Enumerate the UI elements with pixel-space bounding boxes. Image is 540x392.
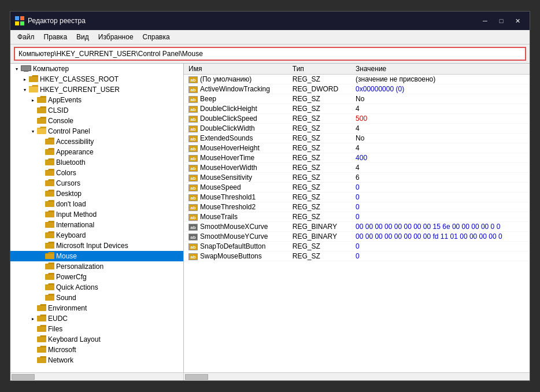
tree-expand-icon[interactable]	[37, 190, 45, 198]
tree-expand-icon[interactable]	[37, 200, 45, 208]
table-row[interactable]: abDoubleClickWidthREG_SZ4	[184, 124, 530, 134]
tree-expand-icon[interactable]	[37, 273, 45, 281]
tree-item[interactable]: Keyboard	[10, 230, 183, 241]
table-row[interactable]: abSmoothMouseXCurveREG_BINARY00 00 00 00…	[184, 222, 530, 232]
maximize-button[interactable]: □	[494, 15, 509, 27]
tree-item[interactable]: Keyboard Layout	[10, 334, 183, 345]
table-row[interactable]: abSnapToDefaultButtonREG_SZ0	[184, 242, 530, 252]
registry-name: abDoubleClickWidth	[184, 124, 288, 134]
tree-item[interactable]: ▾HKEY_CURRENT_USER	[10, 84, 183, 95]
table-row[interactable]: abDoubleClickSpeedREG_SZ500	[184, 114, 530, 124]
table-row[interactable]: abActiveWindowTrackingREG_DWORD0x0000000…	[184, 84, 530, 94]
tree-item-label: Accessibility	[56, 138, 94, 146]
tree-item[interactable]: Personalization	[10, 261, 183, 272]
tree-panel[interactable]: ▾Компьютер▸HKEY_CLASSES_ROOT▾HKEY_CURREN…	[10, 64, 184, 372]
tree-item[interactable]: Microsoft	[10, 345, 183, 355]
tree-expand-icon[interactable]: ▸	[21, 75, 29, 83]
tree-item[interactable]: ▸AppEvents	[10, 95, 183, 105]
detail-column-header[interactable]: Тип	[288, 64, 351, 75]
tree-expand-icon[interactable]	[37, 262, 45, 271]
tree-expand-icon[interactable]	[37, 221, 45, 229]
tree-item[interactable]: ▾Control Panel	[10, 126, 183, 136]
tree-expand-icon[interactable]	[37, 283, 45, 291]
table-row[interactable]: abMouseHoverHeightREG_SZ4	[184, 143, 530, 153]
tree-expand-icon[interactable]	[29, 106, 37, 114]
window-title: Редактор реестра	[28, 17, 478, 25]
tree-item[interactable]: ▾Компьютер	[10, 64, 183, 74]
tree-item[interactable]: PowerCfg	[10, 272, 183, 282]
tree-item[interactable]: Environment	[10, 303, 183, 313]
table-row[interactable]: ab(По умолчанию)REG_SZ(значение не присв…	[184, 75, 530, 84]
tree-expand-icon[interactable]	[37, 169, 45, 177]
detail-panel[interactable]: ИмяТипЗначение ab(По умолчанию)REG_SZ(зн…	[184, 64, 530, 372]
tree-expand-icon[interactable]	[37, 231, 45, 239]
tree-item[interactable]: don't load	[10, 199, 183, 209]
tree-item[interactable]: Quick Actions	[10, 282, 183, 293]
table-row[interactable]: abBeepREG_SZNo	[184, 94, 530, 104]
detail-column-header[interactable]: Имя	[184, 64, 288, 75]
minimize-button[interactable]: ─	[478, 15, 493, 27]
table-row[interactable]: abMouseThreshold1REG_SZ0	[184, 193, 530, 202]
table-row[interactable]: abExtendedSoundsREG_SZNo	[184, 134, 530, 143]
tree-item[interactable]: International	[10, 220, 183, 230]
tree-expand-icon[interactable]	[37, 179, 45, 187]
table-row[interactable]: abMouseSpeedREG_SZ0	[184, 183, 530, 193]
folder-icon	[29, 75, 38, 84]
table-row[interactable]: abSmoothMouseYCurveREG_BINARY00 00 00 00…	[184, 232, 530, 242]
tree-item[interactable]: Console	[10, 116, 183, 126]
tree-item[interactable]: Mouse	[10, 251, 183, 261]
menu-item-вид[interactable]: Вид	[72, 31, 94, 43]
tree-expand-icon[interactable]	[29, 356, 37, 364]
table-row[interactable]: abSwapMouseButtonsREG_SZ0	[184, 252, 530, 261]
tree-item[interactable]: Cursors	[10, 178, 183, 188]
close-button[interactable]: ✕	[510, 15, 525, 27]
tree-item[interactable]: Sound	[10, 293, 183, 303]
tree-item[interactable]: Input Method	[10, 209, 183, 220]
tree-expand-icon[interactable]	[29, 325, 37, 333]
table-row[interactable]: abMouseSensitivityREG_SZ6	[184, 173, 530, 183]
tree-item[interactable]: Appearance	[10, 147, 183, 157]
tree-item[interactable]: ▸EUDC	[10, 313, 183, 324]
detail-column-header[interactable]: Значение	[351, 64, 530, 75]
table-row[interactable]: abMouseHoverWidthREG_SZ4	[184, 163, 530, 173]
menu-item-файл[interactable]: Файл	[13, 31, 39, 43]
tree-expand-icon[interactable]	[37, 294, 45, 302]
tree-expand-icon[interactable]	[29, 335, 37, 343]
tree-expand-icon[interactable]	[37, 210, 45, 219]
tree-expand-icon[interactable]: ▸	[29, 315, 37, 323]
tree-item[interactable]: Microsoft Input Devices	[10, 241, 183, 251]
menu-item-правка[interactable]: Правка	[39, 31, 72, 43]
address-input[interactable]	[14, 47, 526, 61]
table-row[interactable]: abMouseTrailsREG_SZ0	[184, 212, 530, 222]
tree-expand-icon[interactable]	[37, 148, 45, 156]
tree-expand-icon[interactable]: ▸	[29, 96, 37, 104]
menu-bar: ФайлПравкаВидИзбранноеСправка	[10, 30, 530, 45]
tree-expand-icon[interactable]	[37, 252, 45, 260]
table-row[interactable]: abMouseHoverTimeREG_SZ400	[184, 153, 530, 163]
tree-expand-icon[interactable]	[29, 117, 37, 125]
type-icon: ab	[188, 155, 198, 162]
tree-item[interactable]: Desktop	[10, 188, 183, 199]
tree-expand-icon[interactable]: ▾	[13, 65, 21, 73]
tree-expand-icon[interactable]	[37, 158, 45, 167]
tree-item[interactable]: Files	[10, 324, 183, 334]
tree-expand-icon[interactable]: ▾	[29, 127, 37, 135]
tree-expand-icon[interactable]	[37, 242, 45, 250]
registry-value: 400	[351, 153, 530, 163]
tree-item[interactable]: Accessibility	[10, 136, 183, 147]
tree-item[interactable]: CLSID	[10, 105, 183, 116]
tree-item[interactable]: Network	[10, 355, 183, 365]
tree-expand-icon[interactable]	[29, 346, 37, 354]
menu-item-справка[interactable]: Справка	[138, 31, 175, 43]
tree-item[interactable]: Bluetooth	[10, 157, 183, 168]
tree-expand-icon[interactable]	[29, 304, 37, 312]
registry-name: abMouseThreshold2	[184, 202, 288, 212]
tree-item[interactable]: ▸HKEY_CLASSES_ROOT	[10, 74, 183, 84]
tree-item[interactable]: Colors	[10, 168, 183, 178]
menu-item-избранное[interactable]: Избранное	[94, 31, 138, 43]
tree-expand-icon[interactable]	[37, 138, 45, 146]
tree-expand-icon[interactable]: ▾	[21, 86, 29, 94]
table-row[interactable]: abMouseThreshold2REG_SZ0	[184, 202, 530, 212]
table-row[interactable]: abDoubleClickHeightREG_SZ4	[184, 104, 530, 114]
registry-value: 4	[351, 143, 530, 153]
